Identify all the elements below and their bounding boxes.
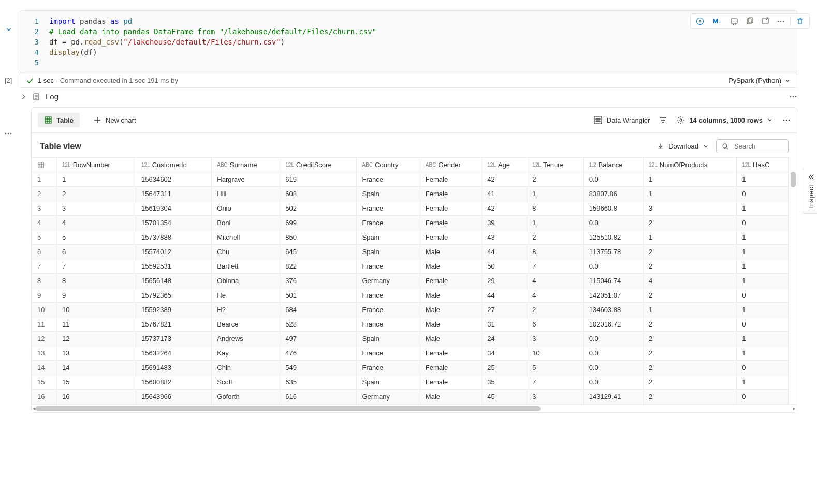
new-chart-button[interactable]: New chart (87, 113, 142, 127)
cell[interactable]: 3 (644, 201, 737, 216)
code-cell[interactable]: 1 2 3 4 5 import pandas as pd # Load dat… (20, 10, 797, 73)
cell[interactable]: 15792365 (136, 288, 212, 303)
cell[interactable]: 42 (482, 201, 527, 216)
cell[interactable]: 1 (644, 172, 737, 187)
cell[interactable]: 44 (482, 245, 527, 259)
convert-cell-icon[interactable] (727, 15, 741, 27)
column-header[interactable]: 12LRowNumber (57, 158, 136, 172)
cell[interactable]: Bearce (212, 317, 280, 332)
column-header[interactable]: 12LAge (482, 158, 527, 172)
log-more-icon[interactable] (789, 93, 797, 101)
cell[interactable]: 9 (57, 288, 136, 303)
expand-log-chevron[interactable] (20, 93, 27, 100)
run-cell-icon[interactable] (693, 15, 707, 27)
table-row[interactable]: 3315619304Onio502FranceFemale428159660.8… (32, 201, 789, 216)
cell[interactable]: 1 (737, 375, 789, 390)
cell[interactable]: Female (420, 216, 482, 230)
cell[interactable]: 0.0 (583, 375, 643, 390)
cell[interactable]: Female (420, 201, 482, 216)
cell[interactable]: 2 (644, 216, 737, 230)
cell[interactable]: 5 (527, 361, 583, 375)
cell[interactable]: 2 (644, 332, 737, 346)
cell[interactable]: Female (420, 230, 482, 245)
delete-cell-icon[interactable] (793, 15, 807, 27)
cell[interactable]: Scott (212, 375, 280, 390)
cell[interactable]: 1 (737, 332, 789, 346)
cell[interactable]: 822 (280, 259, 357, 274)
cell[interactable]: 684 (280, 303, 357, 317)
columns-summary-button[interactable]: 14 columns, 1000 rows (677, 116, 773, 124)
cell[interactable]: Germany (357, 274, 420, 288)
cell[interactable]: 6 (527, 317, 583, 332)
column-header[interactable]: 12LHasC (737, 158, 789, 172)
cell[interactable]: 0.0 (583, 259, 643, 274)
cell[interactable]: 0 (737, 390, 789, 404)
cell[interactable]: Male (420, 303, 482, 317)
cell[interactable]: Female (420, 346, 482, 361)
cell[interactable]: 15737888 (136, 230, 212, 245)
cell[interactable]: 41 (482, 187, 527, 201)
cell[interactable]: 619 (280, 172, 357, 187)
cell[interactable]: 501 (280, 288, 357, 303)
cell[interactable]: Female (420, 375, 482, 390)
cell[interactable]: France (357, 288, 420, 303)
cell[interactable]: 4 (527, 288, 583, 303)
cell[interactable]: 7 (57, 259, 136, 274)
cell[interactable]: 29 (482, 274, 527, 288)
cell[interactable]: 2 (57, 187, 136, 201)
cell[interactable]: France (357, 303, 420, 317)
table-row[interactable]: 141415691483Chin549FranceFemale2550.020 (32, 361, 789, 375)
cell[interactable]: 39 (482, 216, 527, 230)
markdown-toggle[interactable]: M↓ (708, 15, 726, 27)
cell[interactable]: 15574012 (136, 245, 212, 259)
cell[interactable]: 8 (527, 201, 583, 216)
search-box[interactable] (716, 139, 789, 153)
cell[interactable]: 15701354 (136, 216, 212, 230)
column-header[interactable]: 12LCustomerId (136, 158, 212, 172)
cell[interactable]: Onio (212, 201, 280, 216)
cell[interactable]: 50 (482, 259, 527, 274)
cell[interactable]: Bartlett (212, 259, 280, 274)
cell[interactable]: 616 (280, 390, 357, 404)
cell[interactable]: 0 (737, 317, 789, 332)
cell[interactable]: 2 (644, 390, 737, 404)
cell[interactable]: 1 (527, 216, 583, 230)
table-row[interactable]: 7715592531Bartlett822FranceMale5070.021 (32, 259, 789, 274)
cell[interactable]: Male (420, 390, 482, 404)
cell[interactable]: Spain (357, 187, 420, 201)
cell[interactable]: 0.0 (583, 346, 643, 361)
cell[interactable]: 1 (644, 230, 737, 245)
cell[interactable]: 2 (527, 172, 583, 187)
cell[interactable]: 125510.82 (583, 230, 643, 245)
cell[interactable]: France (357, 201, 420, 216)
cell[interactable]: 2 (644, 317, 737, 332)
cell[interactable]: France (357, 317, 420, 332)
cell[interactable]: 1 (737, 245, 789, 259)
cell[interactable]: Female (420, 274, 482, 288)
log-label[interactable]: Log (46, 92, 59, 101)
output-more-button[interactable] (782, 116, 791, 124)
cell[interactable]: 43 (482, 230, 527, 245)
cell[interactable]: 8 (527, 245, 583, 259)
cell[interactable]: 159660.8 (583, 201, 643, 216)
column-header[interactable]: ABCGender (420, 158, 482, 172)
cell[interactable]: 25 (482, 361, 527, 375)
cell[interactable]: Boni (212, 216, 280, 230)
cell[interactable]: 134603.88 (583, 303, 643, 317)
filter-button[interactable] (659, 116, 667, 124)
cell[interactable]: Germany (357, 390, 420, 404)
cell[interactable]: 850 (280, 230, 357, 245)
cell[interactable]: 0.0 (583, 216, 643, 230)
cell[interactable]: 8 (57, 274, 136, 288)
cell[interactable]: 1 (57, 172, 136, 187)
cell[interactable]: 10 (527, 346, 583, 361)
cell[interactable]: 4 (527, 274, 583, 288)
column-header[interactable]: 1.2Balance (583, 158, 643, 172)
cell[interactable]: 1 (737, 259, 789, 274)
cell[interactable]: 7 (527, 259, 583, 274)
table-row[interactable]: 2215647311Hill608SpainFemale41183807.861… (32, 187, 789, 201)
cell[interactable]: 15 (57, 375, 136, 390)
clear-output-icon[interactable] (758, 15, 772, 27)
cell[interactable]: 15737173 (136, 332, 212, 346)
cell[interactable]: 528 (280, 317, 357, 332)
